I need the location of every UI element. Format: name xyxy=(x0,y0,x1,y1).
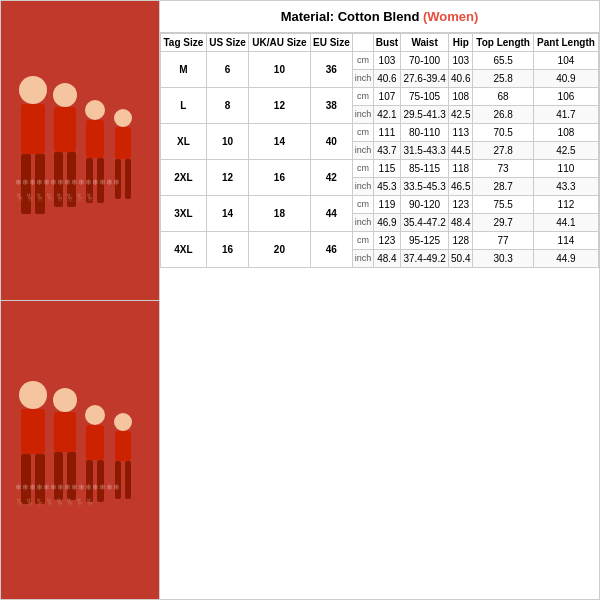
unit-cell-inch: inch xyxy=(353,70,374,88)
bust-inch: 43.7 xyxy=(373,142,400,160)
uk-size-cell: 14 xyxy=(249,124,310,160)
tag-size-cell: 4XL xyxy=(161,232,207,268)
top-inch: 30.3 xyxy=(473,250,534,268)
svg-rect-33 xyxy=(115,431,131,461)
pant-inch: 41.7 xyxy=(533,106,598,124)
hip-cm: 118 xyxy=(449,160,473,178)
pant-cm: 110 xyxy=(533,160,598,178)
hip-inch: 42.5 xyxy=(449,106,473,124)
svg-rect-35 xyxy=(125,461,131,499)
hip-cm: 123 xyxy=(449,196,473,214)
pant-cm: 112 xyxy=(533,196,598,214)
header-bust: Bust xyxy=(373,34,400,52)
svg-point-5 xyxy=(53,83,77,107)
top-cm: 73 xyxy=(473,160,534,178)
svg-rect-27 xyxy=(67,452,76,500)
top-inch: 29.7 xyxy=(473,214,534,232)
unit-cell-cm: cm xyxy=(353,196,374,214)
table-row: 4XL 16 20 46 cm 123 95-125 128 77 114 xyxy=(161,232,599,250)
header-hip: Hip xyxy=(449,34,473,52)
waist-inch: 29.5-41.3 xyxy=(400,106,448,124)
uk-size-cell: 12 xyxy=(249,88,310,124)
hip-cm: 108 xyxy=(449,88,473,106)
table-row: L 8 12 38 cm 107 75-105 108 68 106 xyxy=(161,88,599,106)
hip-cm: 103 xyxy=(449,52,473,70)
eu-size-cell: 36 xyxy=(310,52,352,88)
pant-cm: 106 xyxy=(533,88,598,106)
images-column: ❄❄❄❄❄❄❄❄❄❄❄❄❄❄❄ 🦌🦌🦌🦌🦌🦌🦌🦌 xyxy=(0,0,160,600)
svg-rect-23 xyxy=(35,454,45,504)
unit-cell-cm: cm xyxy=(353,52,374,70)
hip-inch: 48.4 xyxy=(449,214,473,232)
hip-cm: 128 xyxy=(449,232,473,250)
bust-cm: 115 xyxy=(373,160,400,178)
svg-point-20 xyxy=(19,381,47,409)
waist-cm: 70-100 xyxy=(400,52,448,70)
top-cm: 75.5 xyxy=(473,196,534,214)
header-tag-size: Tag Size xyxy=(161,34,207,52)
svg-rect-30 xyxy=(86,460,93,502)
main-container: ❄❄❄❄❄❄❄❄❄❄❄❄❄❄❄ 🦌🦌🦌🦌🦌🦌🦌🦌 xyxy=(0,0,600,600)
table-row: XL 10 14 40 cm 111 80-110 113 70.5 108 xyxy=(161,124,599,142)
uk-size-cell: 18 xyxy=(249,196,310,232)
unit-cell-inch: inch xyxy=(353,250,374,268)
header-top-length: Top Length xyxy=(473,34,534,52)
material-label: Material: Cotton Blend xyxy=(281,9,420,24)
waist-inch: 35.4-47.2 xyxy=(400,214,448,232)
svg-text:❄❄❄❄❄❄❄❄❄❄❄❄❄❄❄: ❄❄❄❄❄❄❄❄❄❄❄❄❄❄❄ xyxy=(15,178,120,187)
unit-cell-inch: inch xyxy=(353,214,374,232)
us-size-cell: 6 xyxy=(206,52,248,88)
bust-cm: 107 xyxy=(373,88,400,106)
svg-point-9 xyxy=(85,100,105,120)
hip-inch: 46.5 xyxy=(449,178,473,196)
pant-inch: 43.3 xyxy=(533,178,598,196)
eu-size-cell: 38 xyxy=(310,88,352,124)
header-pant-length: Pant Length xyxy=(533,34,598,52)
bust-inch: 40.6 xyxy=(373,70,400,88)
svg-rect-26 xyxy=(54,452,63,500)
header-uk-au-size: UK/AU Size xyxy=(249,34,310,52)
svg-rect-21 xyxy=(21,409,45,454)
unit-cell-cm: cm xyxy=(353,160,374,178)
header-unit xyxy=(353,34,374,52)
eu-size-cell: 46 xyxy=(310,232,352,268)
waist-cm: 95-125 xyxy=(400,232,448,250)
header-waist: Waist xyxy=(400,34,448,52)
waist-inch: 27.6-39.4 xyxy=(400,70,448,88)
svg-rect-29 xyxy=(86,425,104,460)
unit-cell-cm: cm xyxy=(353,232,374,250)
pant-cm: 104 xyxy=(533,52,598,70)
table-row: 3XL 14 18 44 cm 119 90-120 123 75.5 112 xyxy=(161,196,599,214)
hip-inch: 40.6 xyxy=(449,70,473,88)
hip-cm: 113 xyxy=(449,124,473,142)
table-row: M 6 10 36 cm 103 70-100 103 65.5 104 xyxy=(161,52,599,70)
svg-rect-25 xyxy=(54,412,76,452)
us-size-cell: 12 xyxy=(206,160,248,196)
uk-size-cell: 16 xyxy=(249,160,310,196)
svg-rect-10 xyxy=(86,120,104,158)
bust-inch: 42.1 xyxy=(373,106,400,124)
pant-inch: 42.5 xyxy=(533,142,598,160)
bust-cm: 103 xyxy=(373,52,400,70)
size-table: Tag Size US Size UK/AU Size EU Size Bust… xyxy=(160,33,599,268)
top-cm: 77 xyxy=(473,232,534,250)
svg-rect-14 xyxy=(115,127,131,159)
hip-inch: 44.5 xyxy=(449,142,473,160)
tag-size-cell: 3XL xyxy=(161,196,207,232)
pant-inch: 44.1 xyxy=(533,214,598,232)
bottom-family-image: ❄❄❄❄❄❄❄❄❄❄❄❄❄❄❄ 🦌🦌🦌🦌🦌🦌🦌🦌 xyxy=(1,301,159,600)
pant-inch: 44.9 xyxy=(533,250,598,268)
unit-cell-inch: inch xyxy=(353,178,374,196)
bust-inch: 46.9 xyxy=(373,214,400,232)
svg-rect-22 xyxy=(21,454,31,504)
tag-size-cell: 2XL xyxy=(161,160,207,196)
us-size-cell: 10 xyxy=(206,124,248,160)
table-title: Material: Cotton Blend (Women) xyxy=(160,1,599,33)
top-cm: 68 xyxy=(473,88,534,106)
waist-cm: 85-115 xyxy=(400,160,448,178)
pant-inch: 40.9 xyxy=(533,70,598,88)
header-eu-size: EU Size xyxy=(310,34,352,52)
top-inch: 25.8 xyxy=(473,70,534,88)
top-cm: 70.5 xyxy=(473,124,534,142)
pant-cm: 114 xyxy=(533,232,598,250)
